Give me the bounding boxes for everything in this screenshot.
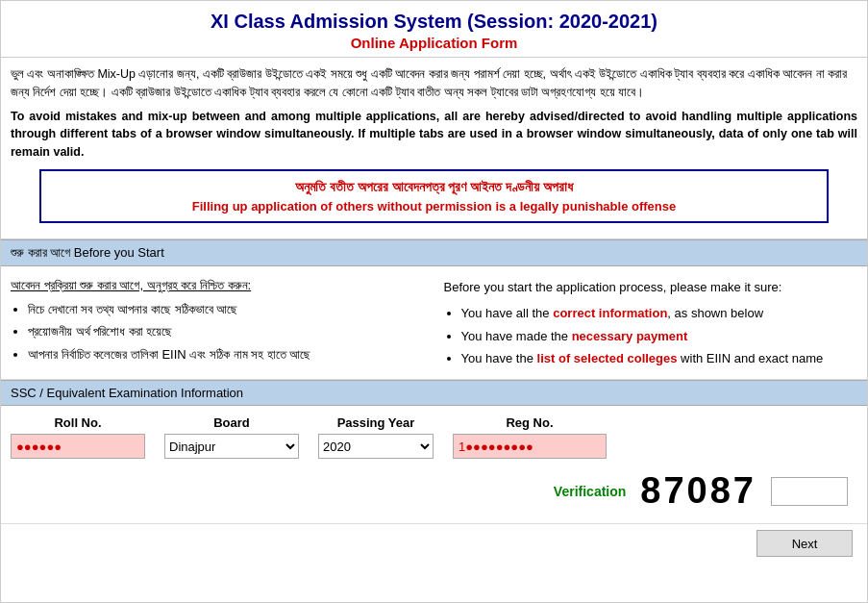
- before-start-right-item-3: You have the list of selected colleges w…: [461, 347, 858, 369]
- verification-label: Verification: [554, 484, 626, 499]
- captcha-input[interactable]: [771, 477, 848, 506]
- next-button[interactable]: Next: [756, 530, 853, 557]
- ssc-section-label: SSC / Equivalent Examination Information: [11, 386, 243, 400]
- page-subtitle: Online Application Form: [6, 35, 862, 51]
- before-start-left-intro: আবেদন প্রক্রিয়া শুরু করার আগে, অনুগ্রহ …: [11, 276, 425, 296]
- before-start-right-intro: Before you start the application process…: [444, 276, 858, 298]
- board-field-group: Board Dhaka Dinajpur Rajshahi Comilla Ch…: [164, 415, 299, 459]
- before-start-left-item-3: আপনার নির্বাচিত কলেজের তালিকা EIIN এবং স…: [28, 345, 425, 365]
- notice-block: ভুল এবং অনাকাঙ্ক্ষিত Mix-Up এড়ানোর জন্য…: [1, 58, 867, 239]
- warning-box: অনুমতি বতীত অপরের আবেদনপত্র পূরণ আইনত দণ…: [39, 169, 829, 223]
- before-start-label: শুরু করার আগে Before you Start: [11, 245, 164, 260]
- verification-section: Verification 87087: [1, 459, 867, 523]
- reg-input[interactable]: [453, 434, 607, 459]
- before-start-left-item-2: প্রয়োজনীয় অর্থ পরিশোধ করা হয়েছে: [28, 322, 425, 342]
- notice-bengali: ভুল এবং অনাকাঙ্ক্ষিত Mix-Up এড়ানোর জন্য…: [11, 65, 857, 102]
- before-start-left-list: নিচে দেখানো সব তথ্য আপনার কাছে সঠিকভাবে …: [28, 300, 425, 365]
- before-start-right-list: You have all the correct information, as…: [461, 302, 858, 369]
- warning-english: Filling up application of others without…: [51, 199, 817, 214]
- year-label: Passing Year: [318, 415, 434, 430]
- page-wrapper: XI Class Admission System (Session: 2020…: [0, 0, 868, 603]
- roll-label: Roll No.: [11, 415, 145, 430]
- next-section: Next: [1, 523, 867, 565]
- roll-field-group: Roll No.: [11, 415, 145, 459]
- before-start-content: আবেদন প্রক্রিয়া শুরু করার আগে, অনুগ্রহ …: [1, 266, 867, 381]
- notice-english: To avoid mistakes and mix-up between and…: [11, 108, 857, 162]
- before-start-left-item-1: নিচে দেখানো সব তথ্য আপনার কাছে সঠিকভাবে …: [28, 300, 425, 320]
- before-start-right-item-1: You have all the correct information, as…: [461, 302, 858, 324]
- year-select[interactable]: 2019 2020 2021: [318, 434, 434, 459]
- year-field-group: Passing Year 2019 2020 2021: [318, 415, 434, 459]
- before-start-right-item-2: You have made the necessary payment: [461, 325, 858, 347]
- warning-bengali: অনুমতি বতীত অপরের আবেদনপত্র পূরণ আইনত দণ…: [51, 179, 817, 195]
- board-select[interactable]: Dhaka Dinajpur Rajshahi Comilla Chittago…: [164, 434, 299, 459]
- before-start-left: আবেদন প্রক্রিয়া শুরু করার আগে, অনুগ্রহ …: [11, 276, 425, 370]
- before-start-section-header: শুরু করার আগে Before you Start: [1, 239, 867, 266]
- before-start-right: Before you start the application process…: [444, 276, 858, 370]
- ssc-fields: Roll No. Board Dhaka Dinajpur Rajshahi C…: [1, 415, 867, 459]
- header: XI Class Admission System (Session: 2020…: [1, 1, 867, 58]
- reg-field-group: Reg No.: [453, 415, 607, 459]
- reg-label: Reg No.: [453, 415, 607, 430]
- board-label: Board: [164, 415, 299, 430]
- captcha-number: 87087: [640, 470, 756, 512]
- roll-input[interactable]: [11, 434, 145, 459]
- page-title: XI Class Admission System (Session: 2020…: [6, 11, 862, 33]
- ssc-section-header: SSC / Equivalent Examination Information: [1, 380, 867, 406]
